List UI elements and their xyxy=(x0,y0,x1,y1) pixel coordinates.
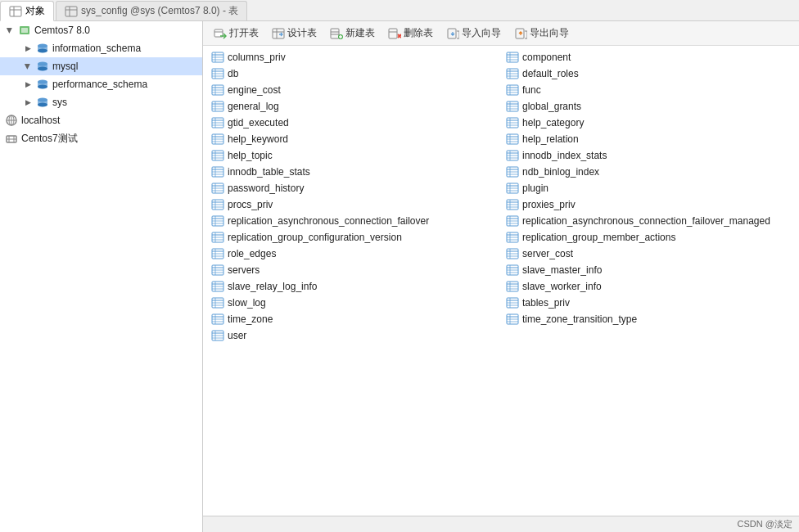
svg-rect-3 xyxy=(65,7,77,16)
table-item[interactable]: slow_log xyxy=(206,295,501,311)
mysql-label: mysql xyxy=(52,61,78,72)
table-item[interactable]: columns_priv xyxy=(206,49,501,65)
table-item[interactable]: procs_priv xyxy=(206,196,501,213)
table-name: replication_asynchronous_connection_fail… xyxy=(228,215,429,227)
table-item[interactable]: plugin xyxy=(501,180,796,196)
table-row-icon xyxy=(211,329,224,342)
import-label: 导入向导 xyxy=(462,26,501,40)
table-item[interactable]: db xyxy=(206,65,501,82)
table-item[interactable]: innodb_table_stats xyxy=(206,164,501,180)
table-item[interactable]: time_zone xyxy=(206,311,501,327)
connection-icon xyxy=(18,24,31,37)
table-item[interactable]: role_edges xyxy=(206,246,501,262)
table-name: tables_priv xyxy=(522,297,570,309)
design-table-button[interactable]: 设计表 xyxy=(266,24,323,43)
sidebar-item-cemtos7[interactable]: ▶ Cemtos7 8.0 xyxy=(0,21,202,39)
chevron-icon: ▶ xyxy=(5,25,15,35)
table-row-icon xyxy=(506,149,519,162)
table-row-icon xyxy=(211,182,224,195)
delete-table-label: 删除表 xyxy=(404,26,433,40)
table-row-icon xyxy=(211,100,224,113)
design-table-icon xyxy=(272,27,285,40)
localhost-label: localhost xyxy=(21,115,60,126)
table-row-icon xyxy=(506,83,519,97)
sidebar: ▶ Cemtos7 8.0 ▶ information_schema xyxy=(0,21,203,532)
table-item[interactable]: component xyxy=(501,49,796,65)
tab-bar: 对象 sys_config @sys (Cemtos7 8.0) - 表 xyxy=(0,0,799,21)
export-label: 导出向导 xyxy=(530,26,569,40)
table-name: slave_relay_log_info xyxy=(228,281,317,292)
table-item[interactable]: servers xyxy=(206,262,501,278)
table-list: columns_priv component db default_roles … xyxy=(203,46,799,516)
table-item[interactable]: help_category xyxy=(501,115,796,131)
new-table-icon xyxy=(330,27,343,40)
table-item[interactable]: slave_relay_log_info xyxy=(206,278,501,295)
table-item[interactable]: help_relation xyxy=(501,131,796,147)
table-item[interactable]: user xyxy=(206,327,501,344)
export-wizard-button[interactable]: 导出向导 xyxy=(508,24,575,43)
import-wizard-button[interactable]: 导入向导 xyxy=(440,24,507,43)
table-item[interactable]: slave_master_info xyxy=(501,262,796,278)
table-row-icon xyxy=(211,280,224,293)
sidebar-item-information-schema[interactable]: ▶ information_schema xyxy=(0,39,202,57)
chevron-icon-is: ▶ xyxy=(23,43,33,53)
new-table-button[interactable]: 新建表 xyxy=(324,24,381,43)
import-icon xyxy=(446,27,459,40)
sidebar-item-performance-schema[interactable]: ▶ performance_schema xyxy=(0,75,202,93)
table-item[interactable]: proxies_priv xyxy=(501,196,796,213)
table-row-icon xyxy=(211,231,224,244)
table-item[interactable]: gtid_executed xyxy=(206,115,501,131)
table-name: time_zone_transition_type xyxy=(522,313,637,325)
table-item[interactable]: global_grants xyxy=(501,98,796,115)
delete-table-button[interactable]: 删除表 xyxy=(382,24,439,43)
table-name: slave_worker_info xyxy=(522,281,602,292)
table-name: help_category xyxy=(522,117,584,128)
chevron-icon-mysql: ▶ xyxy=(23,61,33,71)
sidebar-item-sys[interactable]: ▶ sys xyxy=(0,93,202,111)
table-item[interactable]: replication_group_member_actions xyxy=(501,229,796,246)
tab-sys-config[interactable]: sys_config @sys (Cemtos7 8.0) - 表 xyxy=(56,1,247,20)
table-row-icon xyxy=(211,264,224,277)
table-row-icon xyxy=(506,182,519,195)
table-name: help_keyword xyxy=(228,133,288,145)
table-name: func xyxy=(522,84,541,96)
status-text: CSDN @淡定 xyxy=(738,518,792,530)
table-item[interactable]: password_history xyxy=(206,180,501,196)
table-row-icon xyxy=(211,247,224,260)
table-item[interactable]: help_keyword xyxy=(206,131,501,147)
table-name: server_cost xyxy=(522,248,573,259)
table-item[interactable]: general_log xyxy=(206,98,501,115)
table-item[interactable]: ndb_binlog_index xyxy=(501,164,796,180)
is-label: information_schema xyxy=(52,43,141,54)
table-item[interactable]: server_cost xyxy=(501,246,796,262)
sidebar-item-centos7test[interactable]: Centos7测试 xyxy=(0,129,202,148)
svg-point-19 xyxy=(38,103,47,107)
sidebar-item-mysql[interactable]: ▶ mysql xyxy=(0,57,202,75)
centos7test-label: Centos7测试 xyxy=(21,132,78,146)
table-row-icon xyxy=(506,231,519,244)
sidebar-item-localhost[interactable]: localhost xyxy=(0,111,202,129)
tab-object[interactable]: 对象 xyxy=(0,1,54,21)
table-item[interactable]: replication_group_configuration_version xyxy=(206,229,501,246)
table-item[interactable]: engine_cost xyxy=(206,82,501,98)
svg-rect-40 xyxy=(389,29,397,38)
table-name: ndb_binlog_index xyxy=(522,166,599,178)
table-item[interactable]: help_topic xyxy=(206,147,501,164)
table-item[interactable]: default_roles xyxy=(501,65,796,82)
table-row-icon xyxy=(211,149,224,162)
table-item[interactable]: tables_priv xyxy=(501,295,796,311)
table-item[interactable]: replication_asynchronous_connection_fail… xyxy=(206,213,501,229)
table-item[interactable]: replication_asynchronous_connection_fail… xyxy=(501,213,796,229)
table-item[interactable]: time_zone_transition_type xyxy=(501,311,796,327)
table-name: gtid_executed xyxy=(228,117,289,128)
svg-rect-7 xyxy=(21,28,28,33)
table-name: replication_group_member_actions xyxy=(522,232,675,243)
table-name: procs_priv xyxy=(228,199,273,210)
table-item[interactable]: slave_worker_info xyxy=(501,278,796,295)
table-name: servers xyxy=(228,264,260,276)
table-item[interactable]: func xyxy=(501,82,796,98)
table-row-icon xyxy=(506,165,519,178)
table-row-icon xyxy=(506,280,519,293)
table-item[interactable]: innodb_index_stats xyxy=(501,147,796,164)
open-table-button[interactable]: 打开表 xyxy=(208,24,264,43)
